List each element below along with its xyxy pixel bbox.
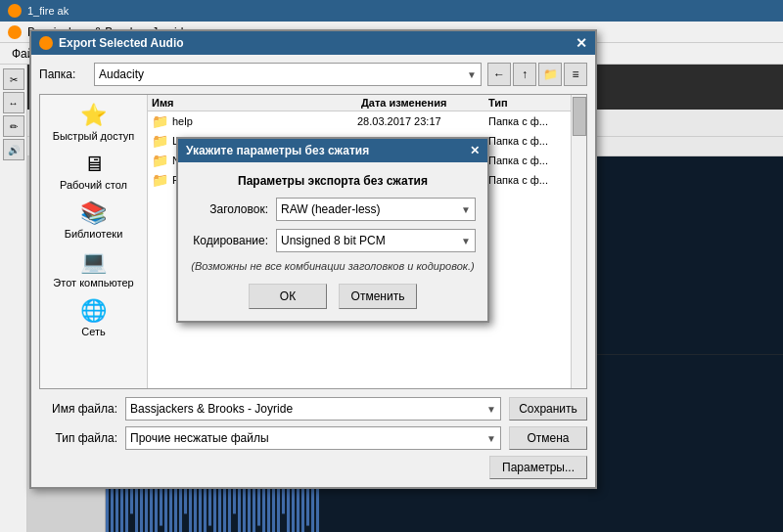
- params-encoding-row: Кодирование: Unsigned 8 bit PCM ▼: [190, 229, 476, 252]
- params-cancel-btn[interactable]: Отменить: [339, 284, 417, 309]
- params-section-title: Параметры экспорта без сжатия: [190, 174, 476, 188]
- bottom-rows: Имя файла: Bassjackers & Brooks - Joyrid…: [39, 397, 587, 479]
- params-header-dropdown-arrow: ▼: [461, 204, 471, 215]
- file-date-help: 28.03.2017 23:17: [357, 115, 484, 127]
- thispc-icon: 💻: [80, 249, 107, 275]
- export-dialog-title-bar: Export Selected Audio ✕: [31, 31, 595, 55]
- nav-up-btn[interactable]: ↑: [513, 63, 536, 86]
- folder-icon-nyquist: 📁: [152, 153, 168, 168]
- export-dialog-icon: [39, 36, 53, 50]
- filename-dropdown-arrow: ▼: [486, 404, 496, 415]
- toolbar-btn-4[interactable]: 🔊: [3, 139, 24, 160]
- file-name-help: help: [172, 115, 353, 127]
- desktop-icon: 🖥: [83, 152, 105, 177]
- export-dialog-close[interactable]: ✕: [576, 35, 587, 51]
- save-button[interactable]: Сохранить: [509, 397, 587, 421]
- folder-nav-btns: ← ↑ 📁 ≡: [487, 63, 587, 86]
- folder-value: Audacity: [99, 67, 144, 81]
- params-header-row: Заголовок: RAW (header-less) ▼: [190, 198, 476, 221]
- col-header-type: Тип: [488, 97, 567, 109]
- folder-icon-plugins: 📁: [152, 172, 168, 188]
- sidebar-item-thispc[interactable]: 💻 Этот компьютер: [44, 245, 143, 292]
- sidebar-item-libraries[interactable]: 📚 Библиотеки: [44, 197, 143, 244]
- params-header-select[interactable]: RAW (header-less) ▼: [276, 198, 476, 221]
- params-header-value: RAW (header-less): [281, 202, 381, 216]
- folder-icon-languages: 📁: [152, 133, 168, 149]
- libraries-icon: 📚: [80, 200, 107, 226]
- folder-dropdown-arrow: ▼: [467, 69, 477, 80]
- params-note: (Возможны не все комбинации заголовков и…: [190, 260, 476, 272]
- params-ok-btn[interactable]: ОК: [249, 284, 327, 309]
- params-encoding-label: Кодирование:: [190, 234, 268, 247]
- params-content: Параметры экспорта без сжатия Заголовок:…: [178, 162, 487, 321]
- file-list-header: Имя Дата изменения Тип: [148, 95, 571, 111]
- libraries-label: Библиотеки: [65, 228, 123, 240]
- folder-row: Папка: Audacity ▼ ← ↑ 📁 ≡: [39, 63, 587, 86]
- cancel-button[interactable]: Отмена: [509, 426, 587, 450]
- filename-value: Bassjackers & Brooks - Joyride: [130, 402, 293, 416]
- params-encoding-dropdown-arrow: ▼: [461, 236, 471, 246]
- left-toolbar: ✂ ↔ ✏ 🔊: [0, 65, 27, 532]
- filetype-row: Тип файла: Прочие несжатые файлы ▼ Отмен…: [39, 426, 587, 450]
- app-title-bar: 1_fire ak: [0, 0, 783, 22]
- thispc-label: Этот компьютер: [53, 277, 133, 288]
- export-dialog-title: Export Selected Audio: [59, 36, 184, 50]
- quickaccess-label: Быстрый доступ: [53, 130, 135, 142]
- filetype-dropdown-arrow: ▼: [486, 433, 496, 444]
- toolbar-btn-2[interactable]: ↔: [3, 92, 24, 113]
- network-label: Сеть: [81, 326, 105, 337]
- folder-icon-help: 📁: [152, 113, 168, 129]
- quickaccess-icon: ⭐: [80, 103, 107, 128]
- list-scrollbar[interactable]: [571, 95, 586, 388]
- filetype-label: Тип файла:: [39, 431, 117, 445]
- nav-view-btn[interactable]: ≡: [564, 63, 587, 86]
- col-header-date: Дата изменения: [361, 97, 488, 109]
- filename-input[interactable]: Bassjackers & Brooks - Joyride ▼: [125, 397, 501, 421]
- audacity-icon: [8, 25, 22, 39]
- params-encoding-value: Unsigned 8 bit PCM: [281, 234, 386, 247]
- params-title: Укажите параметры без сжатия: [186, 144, 369, 157]
- folder-label: Папка:: [39, 67, 88, 81]
- file-row-help[interactable]: 📁 help 28.03.2017 23:17 Папка с ф...: [148, 111, 571, 131]
- desktop-label: Рабочий стол: [60, 179, 127, 191]
- nav-new-folder-btn[interactable]: 📁: [538, 63, 562, 86]
- app-icon: [8, 4, 22, 18]
- file-type-help: Папка с ф...: [488, 115, 567, 127]
- sidebar-item-quickaccess[interactable]: ⭐ Быстрый доступ: [44, 99, 143, 146]
- toolbar-btn-3[interactable]: ✏: [3, 115, 24, 137]
- sidebar-item-network[interactable]: 🌐 Сеть: [44, 294, 143, 341]
- params-buttons: ОК Отменить: [190, 284, 476, 309]
- file-list-sidebar: ⭐ Быстрый доступ 🖥 Рабочий стол 📚 Библио…: [40, 95, 148, 388]
- col-header-name: Имя: [152, 97, 361, 109]
- params-encoding-select[interactable]: Unsigned 8 bit PCM ▼: [276, 229, 476, 252]
- params-close-btn[interactable]: ✕: [470, 144, 480, 157]
- file-type-languages: Папка с ф...: [488, 135, 567, 147]
- params-row: Параметры...: [39, 456, 587, 479]
- file-type-plugins: Папка с ф...: [488, 174, 567, 186]
- nav-back-btn[interactable]: ←: [487, 63, 511, 86]
- folder-select[interactable]: Audacity ▼: [94, 63, 482, 86]
- filename-row: Имя файла: Bassjackers & Brooks - Joyrid…: [39, 397, 587, 421]
- app-title: 1_fire ak: [27, 5, 69, 17]
- network-icon: 🌐: [80, 298, 107, 324]
- params-header-label: Заголовок:: [190, 202, 268, 216]
- sidebar-item-desktop[interactable]: 🖥 Рабочий стол: [44, 148, 143, 195]
- params-dialog: Укажите параметры без сжатия ✕ Параметры…: [176, 137, 489, 323]
- params-button[interactable]: Параметры...: [489, 456, 587, 479]
- filename-label: Имя файла:: [39, 402, 117, 416]
- params-title-bar: Укажите параметры без сжатия ✕: [178, 139, 487, 162]
- toolbar-btn-1[interactable]: ✂: [3, 68, 24, 90]
- app-window: 1_fire ak Bassjackers & Brooks - Joyride…: [0, 0, 783, 532]
- filetype-value: Прочие несжатые файлы: [130, 431, 269, 445]
- filetype-input[interactable]: Прочие несжатые файлы ▼: [125, 426, 501, 450]
- file-type-nyquist: Папка с ф...: [488, 155, 567, 166]
